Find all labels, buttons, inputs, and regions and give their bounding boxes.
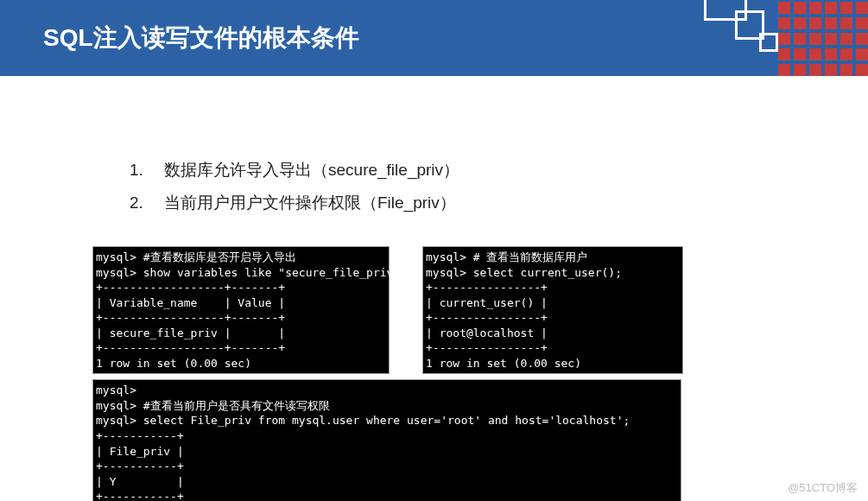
list-text: 当前用户用户文件操作权限（File_priv） — [164, 187, 456, 219]
terminal-file-priv: mysql> mysql> #查看当前用户是否具有文件读写权限 mysql> s… — [93, 380, 681, 501]
slide-header: SQL注入读写文件的根本条件 — [0, 0, 868, 76]
list-number: 1. — [130, 154, 164, 187]
bullet-list: 1. 数据库允许导入导出（secure_file_priv） 2. 当前用户用户… — [0, 76, 868, 219]
watermark: @51CTO博客 — [788, 480, 858, 496]
terminal-current-user: mysql> # 查看当前数据库用户 mysql> select current… — [423, 247, 682, 373]
list-number: 2. — [130, 187, 164, 219]
list-item: 1. 数据库允许导入导出（secure_file_priv） — [130, 154, 868, 187]
slide-title: SQL注入读写文件的根本条件 — [43, 22, 359, 54]
header-decoration — [652, 0, 868, 76]
terminal-group: mysql> #查看数据库是否开启导入导出 mysql> show variab… — [93, 247, 825, 501]
square-outline-icon — [759, 33, 778, 52]
terminal-secure-file-priv: mysql> #查看数据库是否开启导入导出 mysql> show variab… — [93, 247, 389, 373]
list-text: 数据库允许导入导出（secure_file_priv） — [164, 154, 459, 187]
list-item: 2. 当前用户用户文件操作权限（File_priv） — [130, 187, 868, 219]
red-grid-icon — [778, 2, 868, 76]
